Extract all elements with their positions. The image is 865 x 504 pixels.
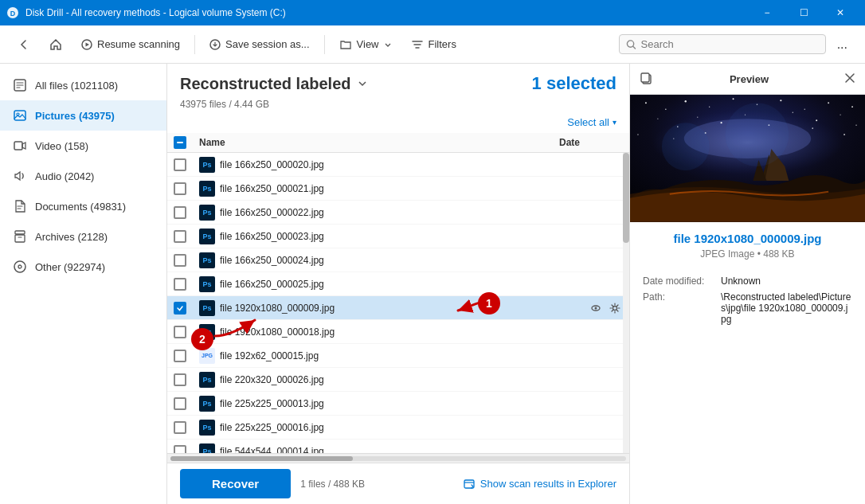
row-checkbox[interactable] [174, 350, 199, 362]
search-input[interactable] [641, 38, 819, 50]
select-all-button[interactable]: Select all [567, 116, 609, 128]
pictures-icon [13, 108, 27, 123]
sidebar-item-audio[interactable]: Audio (2042) [0, 161, 166, 191]
checkbox-box[interactable] [174, 158, 186, 171]
file-row[interactable]: Psfile 166x250_000020.jpg [167, 153, 629, 177]
sidebar-item-archives[interactable]: Archives (2128) [0, 221, 166, 252]
checkbox-box[interactable] [174, 445, 186, 454]
file-row[interactable]: Psfile 544x544_000014.jpg [167, 440, 629, 453]
svg-point-15 [613, 306, 617, 310]
filters-button[interactable]: Filters [403, 33, 464, 56]
preview-detail-path: Path: \Reconstructed labeled\Pictures\jp… [643, 291, 852, 325]
file-row[interactable]: JPGfile 192x62_000015.jpg [167, 344, 629, 368]
preview-filetype: JPEG Image • 488 KB [630, 248, 865, 269]
sidebar-item-documents[interactable]: Documents (49831) [0, 191, 166, 221]
sidebar: All files (1021108) Pictures (43975) Vid… [0, 64, 167, 504]
file-row[interactable]: Psfile 166x250_000024.jpg [167, 248, 629, 272]
title-bar: D Disk Drill - All recovery methods - Lo… [0, 0, 865, 25]
checkbox-box[interactable] [174, 254, 186, 267]
row-checkbox[interactable] [174, 373, 199, 386]
minimize-button[interactable]: − [749, 0, 785, 25]
svg-point-41 [637, 134, 639, 135]
checkbox-box[interactable] [174, 326, 186, 338]
recover-button[interactable]: Recover [180, 469, 291, 498]
title-bar-controls: − ☐ ✕ [749, 0, 859, 25]
row-checkbox[interactable] [174, 206, 199, 219]
row-checkbox[interactable] [174, 397, 199, 410]
checkbox-box[interactable] [174, 373, 186, 386]
show-scan-button[interactable]: Show scan results in Explorer [463, 478, 616, 490]
row-checkbox[interactable] [174, 445, 199, 454]
sidebar-item-video[interactable]: Video (158) [0, 131, 166, 161]
list-scroll-area[interactable]: Psfile 166x250_000020.jpgPsfile 166x250_… [167, 153, 629, 453]
file-type-icon: Ps [199, 276, 215, 292]
h-scroll-thumb[interactable] [170, 456, 353, 461]
header-checkbox[interactable] [174, 136, 199, 149]
preview-eye-icon[interactable] [588, 300, 604, 316]
row-checkbox[interactable] [174, 254, 199, 267]
checkbox-box[interactable] [174, 421, 186, 434]
svg-point-7 [17, 113, 19, 115]
copy-icon[interactable] [640, 72, 654, 86]
file-row[interactable]: Psfile 225x225_000016.jpg [167, 416, 629, 440]
checkbox-box[interactable] [174, 182, 186, 195]
scrollbar-thumb[interactable] [623, 153, 629, 243]
svg-point-25 [709, 107, 710, 107]
file-row[interactable]: Psfile 225x225_000013.jpg [167, 392, 629, 416]
preview-filename: file 1920x1080_000009.jpg [630, 222, 865, 248]
checkbox-box[interactable] [174, 302, 186, 315]
back-button[interactable] [10, 33, 38, 56]
file-row[interactable]: Psfile 166x250_000023.jpg [167, 225, 629, 248]
checkbox-box[interactable] [174, 206, 186, 219]
row-checkbox[interactable] [174, 278, 199, 291]
file-row[interactable]: Psfile 166x250_000025.jpg [167, 272, 629, 296]
row-checkbox[interactable] [174, 182, 199, 195]
row-checkbox[interactable] [174, 302, 199, 315]
row-checkbox[interactable] [174, 421, 199, 434]
view-button[interactable]: View [331, 33, 400, 56]
horizontal-scrollbar[interactable] [167, 453, 629, 463]
file-row[interactable]: Psfile 1920x1080_000018.jpg [167, 320, 629, 344]
file-row-actions [588, 300, 623, 316]
maximize-button[interactable]: ☐ [785, 0, 822, 25]
toolbar-sep-2 [324, 35, 325, 54]
checkbox-box[interactable] [174, 230, 186, 243]
file-name: file 166x250_000024.jpg [220, 255, 623, 266]
header-checkbox-box[interactable] [174, 136, 186, 149]
row-checkbox[interactable] [174, 326, 199, 338]
sidebar-item-pictures[interactable]: Pictures (43975) [0, 100, 166, 131]
file-name: file 544x544_000014.jpg [220, 446, 623, 454]
file-type-icon: Ps [199, 420, 215, 436]
vertical-scrollbar[interactable] [623, 153, 629, 453]
save-session-button[interactable]: Save session as... [202, 33, 318, 55]
checkbox-box[interactable] [174, 397, 186, 410]
sidebar-item-all-files[interactable]: All files (1021108) [0, 70, 166, 100]
resume-scanning-button[interactable]: Resume scanning [73, 33, 188, 55]
toolbar: Resume scanning Save session as... View … [0, 25, 865, 64]
home-icon [49, 38, 62, 51]
svg-point-23 [665, 108, 667, 110]
action-gear-icon[interactable] [607, 300, 623, 316]
close-preview-icon[interactable] [844, 72, 855, 84]
preview-detail-date: Date modified: Unknown [643, 275, 852, 287]
svg-rect-9 [15, 231, 25, 234]
checkbox-box[interactable] [174, 278, 186, 291]
sidebar-item-other[interactable]: Other (922974) [0, 252, 166, 282]
close-button[interactable]: ✕ [822, 0, 859, 25]
file-row[interactable]: Psfile 166x250_000021.jpg [167, 177, 629, 201]
checkbox-box[interactable] [174, 350, 186, 362]
preview-close-area [844, 72, 855, 86]
search-box[interactable] [619, 34, 826, 54]
more-button[interactable]: ... [829, 33, 855, 57]
sidebar-label-pictures: Pictures (43975) [35, 110, 115, 122]
row-checkbox[interactable] [174, 230, 199, 243]
title-dropdown-icon[interactable] [356, 77, 369, 90]
file-row[interactable]: Psfile 1920x1080_000009.jpg [167, 296, 629, 320]
file-row[interactable]: Psfile 220x320_000026.jpg [167, 368, 629, 392]
row-checkbox[interactable] [174, 158, 199, 171]
title-bar-left: D Disk Drill - All recovery methods - Lo… [6, 6, 286, 19]
select-all-chevron-icon[interactable]: ▾ [613, 118, 616, 127]
file-row[interactable]: Psfile 166x250_000022.jpg [167, 201, 629, 225]
home-button[interactable] [41, 33, 70, 56]
sidebar-label-all-files: All files (1021108) [35, 80, 118, 92]
